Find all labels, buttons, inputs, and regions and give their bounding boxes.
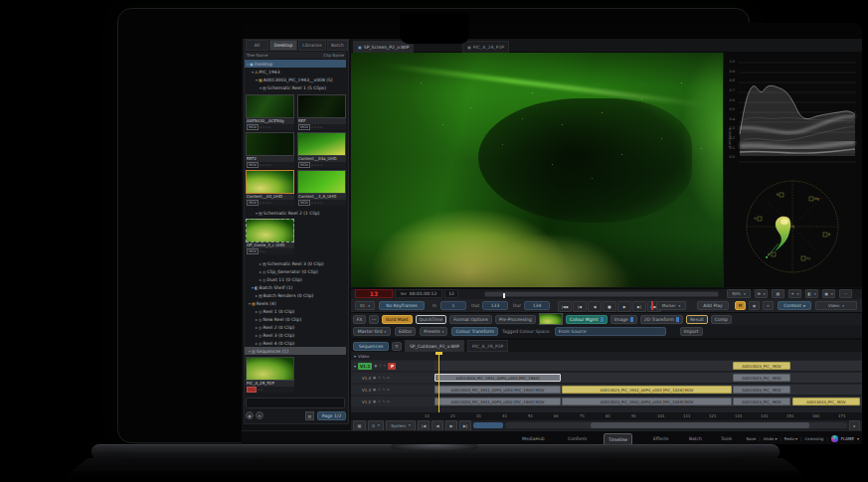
tree-item-folder[interactable]: ▾ ▦ A0013003_PIC_1943__v008 (5) bbox=[245, 76, 346, 83]
slot-checkbox[interactable]: ▫ bbox=[387, 400, 389, 403]
thumbnail-image[interactable] bbox=[246, 170, 294, 194]
result-view-button[interactable]: Result bbox=[686, 315, 708, 324]
timeline-tab-active[interactable]: SP_Cutdown_P2_v.WIP bbox=[405, 340, 464, 352]
tab-batch[interactable]: Batch bbox=[327, 40, 348, 51]
timeline-clip-highlighted[interactable]: A0013043_PIC_ MOV bbox=[792, 398, 860, 405]
clip-thumbnail[interactable]: Content__3_A_UHD MOV▫▫▫▫ bbox=[297, 170, 346, 206]
fit-view-button[interactable]: ⊞▾ bbox=[755, 289, 768, 298]
timeline-clip[interactable]: A0013003_PIC_ MOV bbox=[733, 386, 790, 394]
timeline-scrollbar[interactable] bbox=[505, 422, 847, 428]
sort-header[interactable]: Tree Name Clip Name bbox=[245, 52, 346, 59]
tree-item-reels[interactable]: ▾▦Reels (4) bbox=[245, 299, 346, 307]
tree-item-batch-renders[interactable]: ▸▤Batch Renders (0 Clip) bbox=[245, 291, 346, 299]
play-button[interactable]: ▶ bbox=[617, 301, 631, 312]
quicktime-button[interactable]: QuickTime bbox=[416, 315, 447, 324]
position-handle[interactable] bbox=[503, 293, 505, 298]
tree-item-reel-2[interactable]: ▸◎Reel 2 (0 Clip) bbox=[245, 323, 346, 331]
expander-icon[interactable]: ▾ bbox=[252, 70, 254, 75]
clip-thumbnail[interactable]: A0E5030__ACE50g MOV▫▫▫▫ bbox=[246, 94, 294, 130]
presets-dropdown[interactable]: Presets▾ bbox=[420, 327, 447, 336]
add-play-button[interactable]: Add Play bbox=[697, 301, 729, 310]
in-field[interactable]: 1 bbox=[440, 301, 466, 310]
sequence-thumbnail[interactable]: PIC_A_2R_P2P ▫▫ bbox=[246, 357, 294, 393]
thumbnail-image[interactable] bbox=[246, 94, 294, 118]
image-fx-button[interactable]: Image bbox=[610, 315, 637, 324]
tab-tools[interactable]: Tools bbox=[717, 433, 736, 443]
sort-clip-name[interactable]: Clip Name bbox=[323, 53, 344, 58]
prev-cut-button[interactable]: |◀ bbox=[418, 420, 430, 431]
timeline-clip-selected[interactable]: A0013003_PIC_1931_A0P4_v004 [PIC_1930] bbox=[434, 374, 561, 382]
tree-item-desktop[interactable]: ▾ ▣ Desktop bbox=[245, 60, 346, 68]
step-back-button[interactable]: ◀ bbox=[432, 420, 443, 431]
editor-button[interactable]: Editor bbox=[395, 327, 416, 336]
thumbnail-image[interactable] bbox=[297, 170, 346, 194]
comp-view-button[interactable]: Comp bbox=[711, 315, 732, 324]
slot-checkbox[interactable]: ▫ bbox=[387, 388, 389, 392]
track-lane-v11[interactable]: A0013023_PIC_ MOV bbox=[434, 361, 862, 372]
tagged-colour-space-field[interactable]: From Source bbox=[555, 327, 666, 336]
track-header-v12[interactable]: V1.2 ◉ ♪ ∿ ▫ bbox=[351, 397, 437, 406]
undo-button[interactable]: Undo ▾ bbox=[764, 436, 778, 441]
play-reverse-button[interactable]: ◀ bbox=[588, 301, 602, 312]
tree-item-reel1[interactable]: ▾ ▤ Schematic Reel 1 (5 Clips) bbox=[245, 83, 346, 91]
tree-item-reel2[interactable]: ▾ ▤ Schematic Reel 2 (1 Clip) bbox=[245, 209, 346, 217]
track-lane-v13[interactable]: A0013003_PIC_1931_A0P4_v003 [PIC_1930] M… bbox=[434, 385, 862, 396]
audio-icon[interactable]: ♪ bbox=[379, 364, 381, 368]
zoom-level-dropdown[interactable]: 50%▾ bbox=[727, 289, 751, 298]
slot-checkbox[interactable]: ▫ bbox=[387, 376, 389, 380]
lock-icon[interactable]: ∿ bbox=[382, 400, 385, 403]
p-button[interactable]: P bbox=[388, 363, 396, 370]
tab-conform[interactable]: Conform bbox=[564, 433, 591, 443]
thumbnail-image[interactable] bbox=[246, 357, 294, 381]
tree-item-clip-generator[interactable]: ▸◎Clip_Generator (0 Clip) bbox=[245, 267, 346, 275]
lock-icon[interactable]: ∿ bbox=[382, 376, 385, 380]
more-options-button[interactable]: ⋯ bbox=[839, 289, 852, 298]
eye-icon[interactable]: ◉ bbox=[373, 400, 376, 403]
tab-all[interactable]: All bbox=[246, 40, 268, 51]
step-forward-button[interactable]: ▶ bbox=[445, 420, 457, 431]
tree-item-batch-shelf[interactable]: ▾◧Batch Shelf (1) bbox=[245, 283, 346, 291]
timecode-display[interactable]: Sel 00:01:00:12 bbox=[395, 289, 442, 298]
marker-button[interactable]: Marker▾ bbox=[656, 301, 686, 310]
timeline-position-slider[interactable] bbox=[484, 291, 719, 297]
fx-preview-thumbnail[interactable] bbox=[539, 313, 563, 325]
previous-frame-button[interactable]: |◀ bbox=[573, 301, 587, 312]
pan-tool-button[interactable]: +▾ bbox=[788, 289, 801, 298]
clip-thumbnail[interactable]: Content__03a_UHD MOV▫▫▫▫ bbox=[297, 132, 346, 168]
colour-transform-button[interactable]: Colour Transform bbox=[451, 327, 497, 336]
lock-icon[interactable]: ∿ bbox=[384, 364, 387, 368]
dur-field[interactable]: 134 bbox=[524, 301, 550, 310]
track-header-v11[interactable]: ▾ V1.1 ◉ ♪ ∿ P bbox=[351, 361, 437, 371]
grid-view-icon[interactable]: ⊞ bbox=[305, 411, 314, 420]
track-selector[interactable]: 01▾ bbox=[355, 301, 375, 310]
loop-button[interactable]: ∞ bbox=[763, 301, 774, 310]
sequences-button[interactable]: Sequences bbox=[353, 342, 389, 351]
expander-icon[interactable]: ▾ bbox=[247, 62, 249, 67]
clip-thumbnail-selected[interactable]: Content__03_UHD MOV▫▫▫▫ bbox=[246, 170, 294, 206]
thumbnail-image[interactable] bbox=[246, 219, 294, 242]
lock-icon[interactable]: ∿ bbox=[382, 388, 385, 392]
thumbnail-image[interactable] bbox=[246, 132, 294, 156]
tree-item-reel-3[interactable]: ▸◎Reel 3 (0 Clip) bbox=[245, 331, 346, 339]
timeline-clip[interactable]: A0013003_PIC_1931_A0P4_v002 [PIC_1930] M… bbox=[434, 398, 561, 405]
audio-icon[interactable]: ♪ bbox=[378, 400, 380, 403]
timeline-clip[interactable]: A0013023_PIC_ MOV bbox=[733, 374, 790, 382]
grid-overlay-button[interactable]: ▦ bbox=[772, 289, 784, 298]
tab-libraries[interactable]: Libraries bbox=[298, 40, 326, 51]
zoom-slider[interactable] bbox=[473, 422, 503, 428]
end-frame-display[interactable]: 12 bbox=[444, 289, 458, 298]
fx-more-button[interactable]: ⋯ bbox=[369, 315, 379, 324]
track-header-v13[interactable]: V1.3 ◉ ♪ ∿ ▫ bbox=[351, 385, 437, 395]
track-header-v14[interactable]: V1.4 ◉ ♪ ∿ ▫ bbox=[351, 373, 437, 383]
2d-transform-button[interactable]: 2D Transform bbox=[640, 315, 683, 324]
video-group-row[interactable]: ▾ Video bbox=[351, 352, 862, 360]
context-dropdown[interactable]: Context▾ bbox=[778, 301, 811, 310]
keyframes-button[interactable]: No Keyframes bbox=[379, 301, 425, 310]
search-input[interactable] bbox=[246, 398, 345, 408]
thumbnail-image[interactable] bbox=[297, 94, 346, 118]
audio-icon[interactable]: ♪ bbox=[378, 388, 380, 392]
current-frame-display[interactable]: 13 bbox=[355, 289, 393, 298]
tree-item-reel-4[interactable]: ▸◎Reel 4 (0 Clip) bbox=[245, 339, 346, 347]
clip-thumbnail[interactable]: REF MOV▫▫▫▫ bbox=[297, 94, 346, 130]
redo-button[interactable]: Redo ▾ bbox=[784, 436, 797, 441]
